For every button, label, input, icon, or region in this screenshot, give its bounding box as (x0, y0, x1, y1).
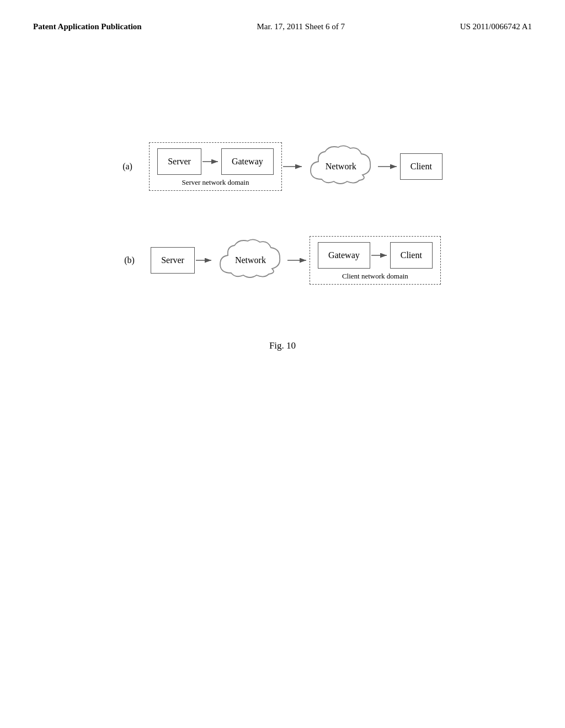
diagram-b: (b) Server Network (124, 235, 441, 285)
arrow-network-gateway-b (286, 252, 310, 269)
publication-title: Patent Application Publication (33, 22, 142, 31)
page-header: Patent Application Publication Mar. 17, … (0, 0, 565, 42)
network-cloud-a: Network (305, 142, 377, 191)
diagram-b-label: (b) (124, 255, 141, 265)
gateway-node-a: Gateway (221, 148, 274, 175)
publication-number: US 2011/0066742 A1 (460, 22, 532, 31)
network-cloud-b: Network (215, 235, 286, 285)
server-domain-label: Server network domain (182, 178, 249, 187)
diagram-a-label: (a) (122, 162, 139, 172)
network-label-b: Network (235, 255, 266, 265)
main-content: (a) Server Gateway Server netwo (0, 42, 565, 351)
server-node-b: Server (151, 247, 195, 274)
arrow-server-network-b (195, 252, 215, 269)
client-node-a: Client (400, 153, 443, 180)
server-node-a: Server (157, 148, 201, 175)
client-domain-box: Gateway Client Client network domain (310, 236, 441, 285)
gateway-node-b: Gateway (318, 242, 370, 269)
figure-caption: Fig. 10 (269, 340, 296, 351)
arrow-server-gateway-a (201, 153, 221, 170)
client-domain-label: Client network domain (342, 272, 408, 281)
publication-date-sheet: Mar. 17, 2011 Sheet 6 of 7 (257, 22, 344, 31)
client-node-b: Client (390, 242, 433, 269)
server-domain-box: Server Gateway Server network domain (149, 142, 282, 191)
network-label-a: Network (326, 162, 356, 172)
diagram-a: (a) Server Gateway Server netwo (122, 142, 443, 191)
arrow-network-client-a (377, 158, 400, 175)
arrow-gateway-client-b (370, 247, 390, 264)
arrow-gateway-network-a (282, 158, 305, 175)
